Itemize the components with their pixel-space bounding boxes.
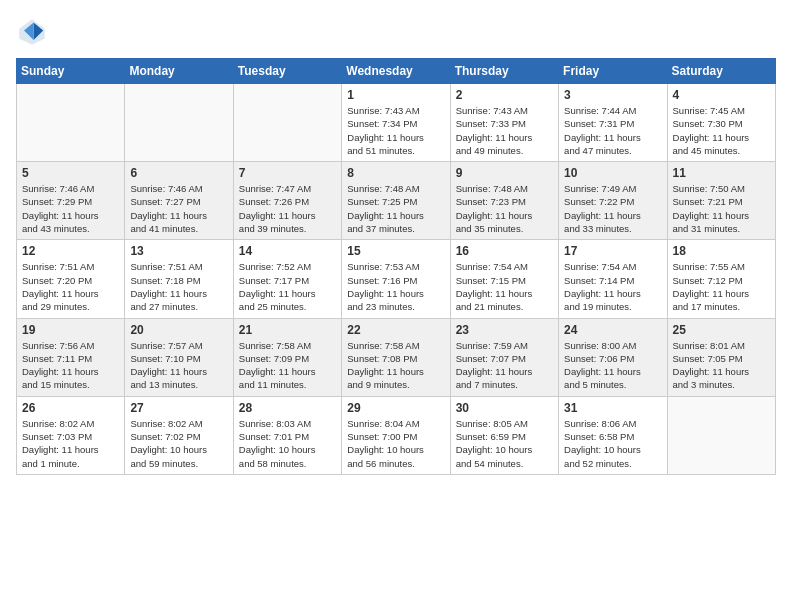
- day-number: 15: [347, 244, 444, 258]
- day-number: 16: [456, 244, 553, 258]
- day-number: 11: [673, 166, 770, 180]
- day-info: Sunrise: 8:02 AM Sunset: 7:03 PM Dayligh…: [22, 417, 119, 470]
- day-info: Sunrise: 7:52 AM Sunset: 7:17 PM Dayligh…: [239, 260, 336, 313]
- weekday-header-sunday: Sunday: [17, 59, 125, 84]
- day-info: Sunrise: 7:51 AM Sunset: 7:18 PM Dayligh…: [130, 260, 227, 313]
- day-number: 4: [673, 88, 770, 102]
- day-number: 14: [239, 244, 336, 258]
- day-number: 18: [673, 244, 770, 258]
- day-info: Sunrise: 7:58 AM Sunset: 7:08 PM Dayligh…: [347, 339, 444, 392]
- day-number: 3: [564, 88, 661, 102]
- day-info: Sunrise: 8:06 AM Sunset: 6:58 PM Dayligh…: [564, 417, 661, 470]
- calendar-week-3: 12Sunrise: 7:51 AM Sunset: 7:20 PM Dayli…: [17, 240, 776, 318]
- calendar-cell: 9Sunrise: 7:48 AM Sunset: 7:23 PM Daylig…: [450, 162, 558, 240]
- weekday-row: SundayMondayTuesdayWednesdayThursdayFrid…: [17, 59, 776, 84]
- day-info: Sunrise: 8:00 AM Sunset: 7:06 PM Dayligh…: [564, 339, 661, 392]
- calendar-cell: 14Sunrise: 7:52 AM Sunset: 7:17 PM Dayli…: [233, 240, 341, 318]
- day-number: 13: [130, 244, 227, 258]
- day-number: 19: [22, 323, 119, 337]
- weekday-header-thursday: Thursday: [450, 59, 558, 84]
- day-number: 12: [22, 244, 119, 258]
- calendar-cell: 25Sunrise: 8:01 AM Sunset: 7:05 PM Dayli…: [667, 318, 775, 396]
- calendar-cell: 5Sunrise: 7:46 AM Sunset: 7:29 PM Daylig…: [17, 162, 125, 240]
- calendar-cell: 6Sunrise: 7:46 AM Sunset: 7:27 PM Daylig…: [125, 162, 233, 240]
- day-number: 25: [673, 323, 770, 337]
- day-number: 30: [456, 401, 553, 415]
- day-info: Sunrise: 7:48 AM Sunset: 7:23 PM Dayligh…: [456, 182, 553, 235]
- calendar-cell: 18Sunrise: 7:55 AM Sunset: 7:12 PM Dayli…: [667, 240, 775, 318]
- day-info: Sunrise: 7:46 AM Sunset: 7:27 PM Dayligh…: [130, 182, 227, 235]
- day-info: Sunrise: 7:47 AM Sunset: 7:26 PM Dayligh…: [239, 182, 336, 235]
- day-number: 31: [564, 401, 661, 415]
- day-info: Sunrise: 7:50 AM Sunset: 7:21 PM Dayligh…: [673, 182, 770, 235]
- calendar-week-4: 19Sunrise: 7:56 AM Sunset: 7:11 PM Dayli…: [17, 318, 776, 396]
- day-info: Sunrise: 8:03 AM Sunset: 7:01 PM Dayligh…: [239, 417, 336, 470]
- day-number: 8: [347, 166, 444, 180]
- day-number: 7: [239, 166, 336, 180]
- calendar-cell: 22Sunrise: 7:58 AM Sunset: 7:08 PM Dayli…: [342, 318, 450, 396]
- calendar-body: 1Sunrise: 7:43 AM Sunset: 7:34 PM Daylig…: [17, 84, 776, 475]
- day-number: 1: [347, 88, 444, 102]
- day-number: 10: [564, 166, 661, 180]
- weekday-header-friday: Friday: [559, 59, 667, 84]
- day-number: 20: [130, 323, 227, 337]
- weekday-header-monday: Monday: [125, 59, 233, 84]
- day-number: 6: [130, 166, 227, 180]
- day-info: Sunrise: 7:55 AM Sunset: 7:12 PM Dayligh…: [673, 260, 770, 313]
- calendar-cell: 3Sunrise: 7:44 AM Sunset: 7:31 PM Daylig…: [559, 84, 667, 162]
- day-info: Sunrise: 7:57 AM Sunset: 7:10 PM Dayligh…: [130, 339, 227, 392]
- calendar-cell: 29Sunrise: 8:04 AM Sunset: 7:00 PM Dayli…: [342, 396, 450, 474]
- day-info: Sunrise: 7:49 AM Sunset: 7:22 PM Dayligh…: [564, 182, 661, 235]
- calendar-cell: 24Sunrise: 8:00 AM Sunset: 7:06 PM Dayli…: [559, 318, 667, 396]
- weekday-header-tuesday: Tuesday: [233, 59, 341, 84]
- calendar-cell: 23Sunrise: 7:59 AM Sunset: 7:07 PM Dayli…: [450, 318, 558, 396]
- day-info: Sunrise: 7:48 AM Sunset: 7:25 PM Dayligh…: [347, 182, 444, 235]
- day-info: Sunrise: 7:44 AM Sunset: 7:31 PM Dayligh…: [564, 104, 661, 157]
- calendar-cell: [233, 84, 341, 162]
- calendar-cell: 31Sunrise: 8:06 AM Sunset: 6:58 PM Dayli…: [559, 396, 667, 474]
- calendar-cell: 26Sunrise: 8:02 AM Sunset: 7:03 PM Dayli…: [17, 396, 125, 474]
- calendar-cell: 15Sunrise: 7:53 AM Sunset: 7:16 PM Dayli…: [342, 240, 450, 318]
- day-info: Sunrise: 7:43 AM Sunset: 7:33 PM Dayligh…: [456, 104, 553, 157]
- day-number: 28: [239, 401, 336, 415]
- calendar-table: SundayMondayTuesdayWednesdayThursdayFrid…: [16, 58, 776, 475]
- calendar-cell: 12Sunrise: 7:51 AM Sunset: 7:20 PM Dayli…: [17, 240, 125, 318]
- logo-icon: [16, 16, 48, 48]
- calendar-cell: 13Sunrise: 7:51 AM Sunset: 7:18 PM Dayli…: [125, 240, 233, 318]
- day-info: Sunrise: 7:59 AM Sunset: 7:07 PM Dayligh…: [456, 339, 553, 392]
- day-info: Sunrise: 7:54 AM Sunset: 7:15 PM Dayligh…: [456, 260, 553, 313]
- calendar-cell: 28Sunrise: 8:03 AM Sunset: 7:01 PM Dayli…: [233, 396, 341, 474]
- day-number: 2: [456, 88, 553, 102]
- logo: [16, 16, 52, 48]
- calendar-cell: 16Sunrise: 7:54 AM Sunset: 7:15 PM Dayli…: [450, 240, 558, 318]
- day-info: Sunrise: 7:46 AM Sunset: 7:29 PM Dayligh…: [22, 182, 119, 235]
- calendar-cell: 19Sunrise: 7:56 AM Sunset: 7:11 PM Dayli…: [17, 318, 125, 396]
- calendar-cell: 17Sunrise: 7:54 AM Sunset: 7:14 PM Dayli…: [559, 240, 667, 318]
- calendar-week-1: 1Sunrise: 7:43 AM Sunset: 7:34 PM Daylig…: [17, 84, 776, 162]
- day-info: Sunrise: 8:01 AM Sunset: 7:05 PM Dayligh…: [673, 339, 770, 392]
- calendar-cell: [667, 396, 775, 474]
- calendar-cell: [125, 84, 233, 162]
- weekday-header-wednesday: Wednesday: [342, 59, 450, 84]
- day-number: 29: [347, 401, 444, 415]
- day-number: 27: [130, 401, 227, 415]
- day-number: 9: [456, 166, 553, 180]
- day-number: 23: [456, 323, 553, 337]
- day-info: Sunrise: 8:05 AM Sunset: 6:59 PM Dayligh…: [456, 417, 553, 470]
- day-info: Sunrise: 7:43 AM Sunset: 7:34 PM Dayligh…: [347, 104, 444, 157]
- calendar-cell: 2Sunrise: 7:43 AM Sunset: 7:33 PM Daylig…: [450, 84, 558, 162]
- day-info: Sunrise: 8:04 AM Sunset: 7:00 PM Dayligh…: [347, 417, 444, 470]
- day-number: 26: [22, 401, 119, 415]
- day-info: Sunrise: 7:58 AM Sunset: 7:09 PM Dayligh…: [239, 339, 336, 392]
- calendar-header: SundayMondayTuesdayWednesdayThursdayFrid…: [17, 59, 776, 84]
- day-info: Sunrise: 7:56 AM Sunset: 7:11 PM Dayligh…: [22, 339, 119, 392]
- day-number: 22: [347, 323, 444, 337]
- day-info: Sunrise: 7:53 AM Sunset: 7:16 PM Dayligh…: [347, 260, 444, 313]
- calendar-week-5: 26Sunrise: 8:02 AM Sunset: 7:03 PM Dayli…: [17, 396, 776, 474]
- page-header: [16, 16, 776, 48]
- day-number: 5: [22, 166, 119, 180]
- day-info: Sunrise: 7:51 AM Sunset: 7:20 PM Dayligh…: [22, 260, 119, 313]
- day-number: 21: [239, 323, 336, 337]
- day-number: 17: [564, 244, 661, 258]
- calendar-week-2: 5Sunrise: 7:46 AM Sunset: 7:29 PM Daylig…: [17, 162, 776, 240]
